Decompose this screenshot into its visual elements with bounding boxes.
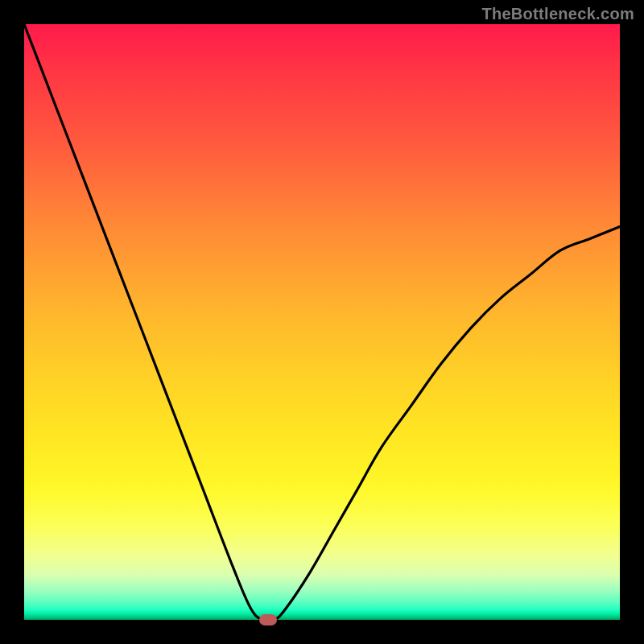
chart-wrapper: TheBottleneck.com (0, 0, 644, 644)
gradient-plot-area (24, 24, 620, 620)
bottleneck-curve (24, 24, 620, 620)
watermark-text: TheBottleneck.com (481, 5, 634, 23)
optimum-marker (259, 614, 277, 625)
